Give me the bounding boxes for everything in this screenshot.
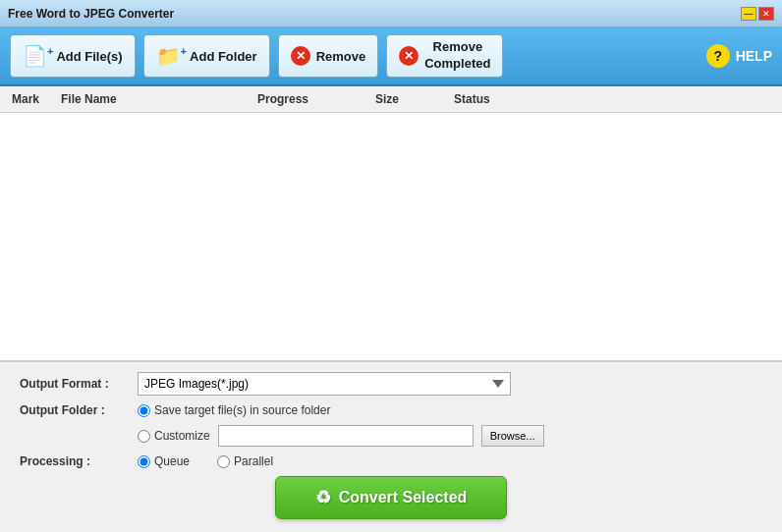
processing-row: Processing : Queue Parallel xyxy=(20,454,762,468)
output-folder-content: Save target file(s) in source folder xyxy=(138,403,762,417)
output-format-label: Output Format : xyxy=(20,377,138,391)
browse-button[interactable]: Browse... xyxy=(481,425,544,447)
toolbar: 📄+ Add File(s) 📁+ Add Folder ✕ Remove ✕ … xyxy=(0,27,782,86)
settings-panel: Output Format : JPEG Images(*.jpg) PNG I… xyxy=(0,361,782,532)
file-table-header: Mark File Name Progress Size Status xyxy=(0,86,782,113)
remove-button[interactable]: ✕ Remove xyxy=(278,34,379,78)
convert-icon: ♻ xyxy=(315,487,331,508)
processing-label: Processing : xyxy=(20,454,138,468)
file-table-container: Mark File Name Progress Size Status xyxy=(0,86,782,361)
window-title: Free Word to JPEG Converter xyxy=(8,7,174,21)
col-mark: Mark xyxy=(8,90,57,108)
customize-content: Customize Browse... xyxy=(138,425,762,447)
add-folder-button[interactable]: 📁+ Add Folder xyxy=(143,34,270,78)
convert-button[interactable]: ♻ Convert Selected xyxy=(275,476,508,519)
add-folder-icon: 📁+ xyxy=(156,46,184,66)
source-folder-option[interactable]: Save target file(s) in source folder xyxy=(138,403,330,417)
queue-option[interactable]: Queue xyxy=(138,454,190,468)
help-button[interactable]: ? HELP xyxy=(706,44,772,68)
help-circle-icon: ? xyxy=(706,44,730,68)
customize-path-input[interactable] xyxy=(218,425,474,447)
minimize-button[interactable]: — xyxy=(741,7,756,21)
convert-area: ♻ Convert Selected xyxy=(20,476,762,523)
parallel-option[interactable]: Parallel xyxy=(217,454,273,468)
file-table-body[interactable] xyxy=(0,113,782,356)
remove-completed-button[interactable]: ✕ Remove Completed xyxy=(386,34,503,78)
title-bar: Free Word to JPEG Converter — ✕ xyxy=(0,0,782,27)
source-folder-radio[interactable] xyxy=(138,404,150,417)
close-button[interactable]: ✕ xyxy=(758,7,774,21)
add-files-button[interactable]: 📄+ Add File(s) xyxy=(10,34,136,78)
output-folder-label: Output Folder : xyxy=(20,403,138,417)
customize-row: Customize Browse... xyxy=(20,425,762,447)
col-progress: Progress xyxy=(253,90,371,108)
title-bar-buttons: — ✕ xyxy=(741,7,774,21)
output-format-row: Output Format : JPEG Images(*.jpg) PNG I… xyxy=(20,372,762,396)
queue-radio[interactable] xyxy=(138,455,150,468)
remove-completed-x-icon: ✕ xyxy=(399,46,419,66)
remove-x-icon: ✕ xyxy=(291,46,310,66)
parallel-radio[interactable] xyxy=(217,455,230,468)
add-file-icon: 📄+ xyxy=(23,46,50,66)
customize-radio[interactable] xyxy=(138,430,150,443)
col-size: Size xyxy=(371,90,450,108)
customize-option[interactable]: Customize xyxy=(138,429,210,443)
col-filename: File Name xyxy=(57,90,253,108)
processing-content: Queue Parallel xyxy=(138,454,762,468)
col-status: Status xyxy=(450,90,774,108)
output-format-content: JPEG Images(*.jpg) PNG Images(*.png) BMP… xyxy=(138,372,762,396)
output-folder-row: Output Folder : Save target file(s) in s… xyxy=(20,403,762,417)
format-select[interactable]: JPEG Images(*.jpg) PNG Images(*.png) BMP… xyxy=(138,372,511,396)
